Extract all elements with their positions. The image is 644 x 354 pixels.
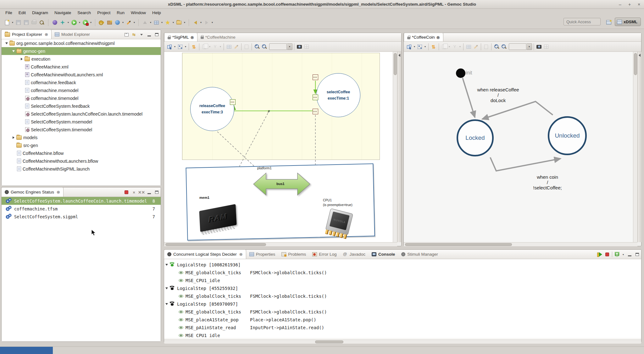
open-resource-dropdown-icon[interactable]: ▾: [183, 21, 186, 24]
scrollbar-thumb[interactable]: [634, 53, 637, 75]
copy-layout-icon[interactable]: [441, 43, 447, 50]
open-perspective-icon[interactable]: [605, 19, 613, 26]
zoom-level-dropdown-icon[interactable]: ▾: [287, 43, 292, 50]
forward-icon[interactable]: [203, 19, 210, 26]
tree-item-coffeemachine-withoutlaunchers-xml[interactable]: CoffeeMachinewithoutLaunchers.xml: [2, 71, 161, 79]
maximize-view-icon[interactable]: [154, 32, 159, 37]
hide-element-icon[interactable]: [225, 43, 232, 50]
tree-item-coffeemachine-withsigpml-launch[interactable]: CoffeeMachinewithSigPML.launch: [2, 165, 161, 173]
collapse-arrow-icon[interactable]: [11, 136, 16, 139]
stop-execution-icon[interactable]: [604, 252, 610, 257]
perspective-xdsml-button[interactable]: xDSML: [615, 18, 641, 26]
selection-mode-dropdown-icon[interactable]: ▾: [184, 45, 187, 48]
zoom-out-icon[interactable]: −: [261, 43, 268, 50]
logical-step-row[interactable]: LogicalStep [1008261936]: [164, 261, 641, 269]
tab-problems[interactable]: Problems: [278, 249, 309, 259]
vertical-scrollbar[interactable]: [633, 52, 637, 242]
expand-arrow-icon[interactable]: [4, 42, 9, 44]
menu-search[interactable]: Search: [75, 10, 94, 16]
mse-row[interactable]: MSE_placeA1State_pop Place->placeA1State…: [164, 316, 641, 324]
tree-item-coffemachine-feedback[interactable]: coffemachine.feedback: [2, 79, 161, 86]
tree-item-selectcoffeesystem-msemodel[interactable]: SelectCoffeeSystem.msemodel: [2, 118, 161, 126]
tree-item-coffeemachine-xml[interactable]: CoffeeMachine.xml: [2, 63, 161, 71]
tab-model-explorer[interactable]: Model Explorer: [52, 30, 93, 39]
tree-item-coffemachine-timemodel[interactable]: coffemachine.timemodel: [2, 94, 161, 102]
engine-row[interactable]: SelectCoffeeSystem.sigpml 7: [2, 213, 161, 221]
mse-row[interactable]: MSE_globalClock_ticks FSMClock->globalCl…: [164, 308, 641, 316]
key-icon[interactable]: [98, 19, 105, 26]
output-port[interactable]: [313, 95, 318, 100]
horizontal-scrollbar[interactable]: [404, 242, 637, 246]
input-port[interactable]: [313, 74, 318, 80]
new-view-dropdown-icon[interactable]: ▾: [160, 21, 164, 24]
maximize-view-icon[interactable]: [154, 189, 159, 195]
zoom-level-dropdown-icon[interactable]: ▾: [527, 43, 532, 50]
input-port[interactable]: [313, 109, 318, 114]
run-last-dropdown-icon[interactable]: ▾: [89, 21, 92, 24]
close-tab-icon[interactable]: ⊗: [436, 35, 440, 40]
copy-layout-icon[interactable]: [201, 43, 208, 50]
run-wizard-dropdown-icon[interactable]: ▾: [67, 21, 70, 24]
menu-run[interactable]: Run: [114, 10, 127, 16]
mse-row[interactable]: MSE_globalClock_ticks FSMClock->globalCl…: [164, 269, 641, 276]
expand-arrow-icon[interactable]: [11, 50, 16, 52]
open-web-dropdown-icon[interactable]: ▾: [121, 21, 125, 24]
layout-mode-icon[interactable]: [166, 43, 173, 50]
edit-mode-icon[interactable]: [233, 43, 240, 50]
tab-coffeecoin[interactable]: *CoffeeCoin ⊗: [404, 33, 443, 41]
export-image-icon[interactable]: [536, 43, 542, 50]
save-all-icon[interactable]: [22, 19, 30, 26]
palette-expand-icon[interactable]: [639, 54, 641, 57]
hide-element-icon[interactable]: [465, 43, 472, 50]
link-with-editor-icon[interactable]: ⇆: [131, 32, 137, 37]
zoom-in-icon[interactable]: +: [493, 43, 500, 50]
grid-toggle-icon[interactable]: [543, 43, 550, 50]
tree-item-selectcoffeesystem-feedback[interactable]: SelectCoffeeSystem.feedback: [2, 102, 161, 110]
transition-locked-to-unlocked[interactable]: [490, 157, 560, 171]
scrollbar-thumb[interactable]: [394, 53, 397, 75]
tree-item-gemoc-gen[interactable]: gemoc-gen: [2, 47, 161, 55]
mse-row[interactable]: MSE_CPU1_idle: [164, 276, 641, 284]
pin-element-icon[interactable]: [243, 43, 250, 50]
zoom-in-icon[interactable]: +: [253, 43, 260, 50]
new-view-icon[interactable]: [153, 19, 160, 26]
tab-coffeemachine[interactable]: *CoffeeMachine: [197, 33, 239, 41]
quick-access-input[interactable]: [564, 18, 601, 25]
tab-logical-steps-decider[interactable]: Concurrent Logical Steps Decider ⊗: [164, 249, 246, 259]
run-last-icon[interactable]: [81, 19, 89, 26]
actor-selectcoffee[interactable]: selectCoffee execTime:1: [316, 73, 360, 117]
minimize-view-icon[interactable]: [146, 32, 152, 37]
state-unlocked[interactable]: Unlocked: [548, 116, 587, 155]
window-minimize-icon[interactable]: –: [618, 2, 623, 7]
annotate-dropdown-icon[interactable]: ▾: [133, 21, 136, 24]
sigpml-canvas[interactable]: releaseCoffee execTime:3 selectCoffee ex…: [164, 52, 393, 242]
dataflow-connection[interactable]: [234, 106, 313, 111]
menu-edit[interactable]: Edit: [16, 10, 29, 16]
menu-window[interactable]: Window: [128, 10, 149, 16]
logical-step-row[interactable]: LogicalStep [455255932]: [164, 284, 641, 292]
tree-item-selectcoffeesystem-launch-timemodel[interactable]: SelectCoffeeSystem.launchCoffeeCoin.laun…: [2, 110, 161, 118]
menu-navigate[interactable]: Navigate: [52, 10, 74, 16]
scrollbar-thumb[interactable]: [165, 243, 266, 246]
collapse-all-icon[interactable]: [124, 32, 129, 37]
run-wizard-icon[interactable]: [59, 19, 66, 26]
pin-element-icon[interactable]: [483, 43, 490, 50]
back-dropdown-icon[interactable]: ▾: [199, 21, 203, 24]
actor-releasecoffee[interactable]: releaseCoffee execTime:3: [190, 87, 234, 131]
tree-item-project-root[interactable]: org.gemoc.sample.bcool.coffeemachinewith…: [2, 39, 161, 47]
tree-item-execution[interactable]: execution: [2, 55, 161, 63]
dispose-engine-icon[interactable]: ×: [131, 189, 137, 195]
window-maximize-icon[interactable]: +: [627, 2, 632, 7]
print-icon[interactable]: [30, 19, 38, 26]
selection-mode-dropdown-icon[interactable]: ▾: [424, 45, 427, 48]
zoom-out-icon[interactable]: −: [500, 43, 507, 50]
refresh-diagram-icon[interactable]: ⇄: [191, 43, 197, 50]
close-tab-icon[interactable]: ⊗: [45, 32, 48, 37]
run-icon[interactable]: [70, 19, 78, 26]
new-package-icon[interactable]: [106, 19, 113, 26]
new-wizard-icon[interactable]: [3, 19, 11, 26]
expand-arrow-icon[interactable]: [164, 287, 169, 289]
tab-project-explorer[interactable]: Project Explorer ⊗: [1, 30, 52, 39]
last-edit-icon[interactable]: [141, 19, 149, 26]
distribute-icon[interactable]: Y: [451, 43, 458, 50]
